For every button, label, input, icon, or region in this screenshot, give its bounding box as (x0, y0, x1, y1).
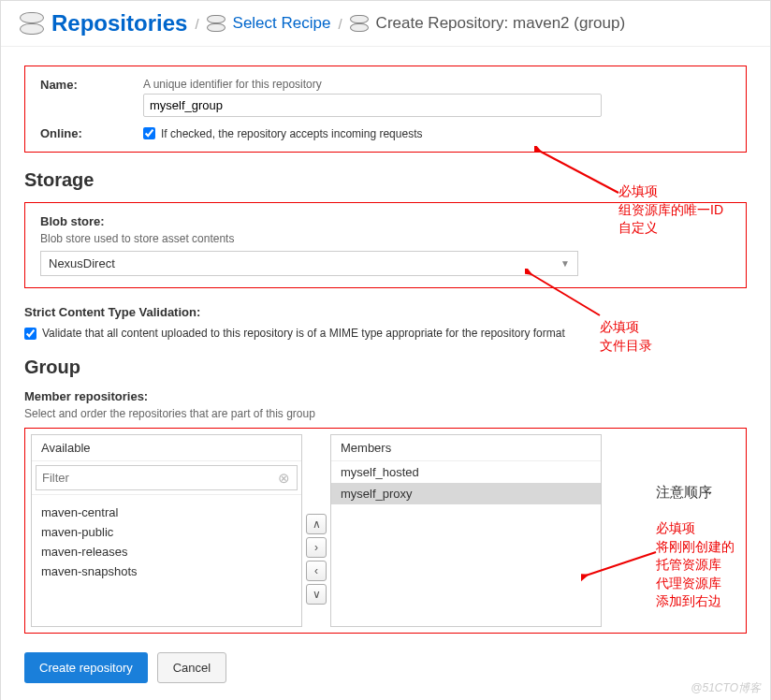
database-icon (207, 15, 225, 32)
members-listbox: Members myself_hostedmyself_proxy (330, 434, 602, 627)
filter-input[interactable] (36, 465, 298, 490)
database-icon (20, 12, 44, 35)
strict-hint: Validate that all content uploaded to th… (42, 327, 565, 340)
blob-hint: Blob store used to store asset contents (40, 232, 731, 245)
strict-label: Strict Content Type Validation: (24, 305, 747, 319)
move-right-button[interactable]: › (306, 537, 327, 558)
move-down-button[interactable]: ∨ (306, 584, 327, 605)
cancel-button[interactable]: Cancel (157, 652, 226, 683)
strict-checkbox[interactable] (24, 328, 36, 340)
watermark: @51CTO博客 (691, 680, 761, 696)
list-item[interactable]: maven-snapshots (41, 561, 292, 581)
blob-label: Blob store: (40, 214, 731, 228)
breadcrumb-repositories[interactable]: Repositories (51, 10, 187, 36)
available-listbox: Available ⊗ maven-centralmaven-publicmav… (31, 434, 302, 627)
member-hint: Select and order the repositories that a… (24, 407, 747, 420)
move-left-button[interactable]: ‹ (306, 561, 327, 581)
list-item[interactable]: myself_hosted (331, 461, 601, 483)
breadcrumb-select-recipe[interactable]: Select Recipe (233, 14, 331, 33)
blob-section: Blob store: Blob store used to store ass… (24, 202, 747, 288)
online-checkbox[interactable] (143, 127, 155, 139)
list-item[interactable]: maven-releases (41, 542, 292, 561)
create-repository-button[interactable]: Create repository (24, 652, 148, 683)
caret-down-icon: ▼ (560, 258, 570, 269)
clear-icon[interactable]: ⊗ (278, 470, 290, 487)
group-heading: Group (24, 357, 747, 378)
list-item[interactable]: maven-public (41, 522, 292, 542)
name-input[interactable] (143, 94, 602, 117)
name-label: Name: (40, 78, 143, 117)
member-label: Member repositories: (24, 389, 747, 403)
breadcrumb: Repositories / Select Recipe / Create Re… (1, 1, 770, 47)
name-section: Name: A unique identifier for this repos… (24, 66, 747, 153)
name-hint: A unique identifier for this repository (143, 78, 731, 91)
blob-store-select[interactable]: NexusDirect ▼ (40, 251, 578, 276)
list-item[interactable]: maven-central (41, 503, 292, 522)
storage-heading: Storage (24, 169, 747, 191)
group-box: Available ⊗ maven-centralmaven-publicmav… (24, 428, 747, 634)
members-header: Members (331, 435, 601, 461)
online-hint: If checked, the repository accepts incom… (161, 127, 422, 140)
database-icon (350, 15, 369, 32)
move-up-button[interactable]: ∧ (306, 514, 327, 534)
breadcrumb-current: Create Repository: maven2 (group) (376, 14, 625, 33)
mover-buttons: ∧ › ‹ ∨ (306, 490, 327, 627)
list-item[interactable]: myself_proxy (331, 483, 601, 504)
available-header: Available (32, 435, 301, 461)
blob-store-value: NexusDirect (49, 256, 115, 270)
online-label: Online: (40, 126, 143, 140)
